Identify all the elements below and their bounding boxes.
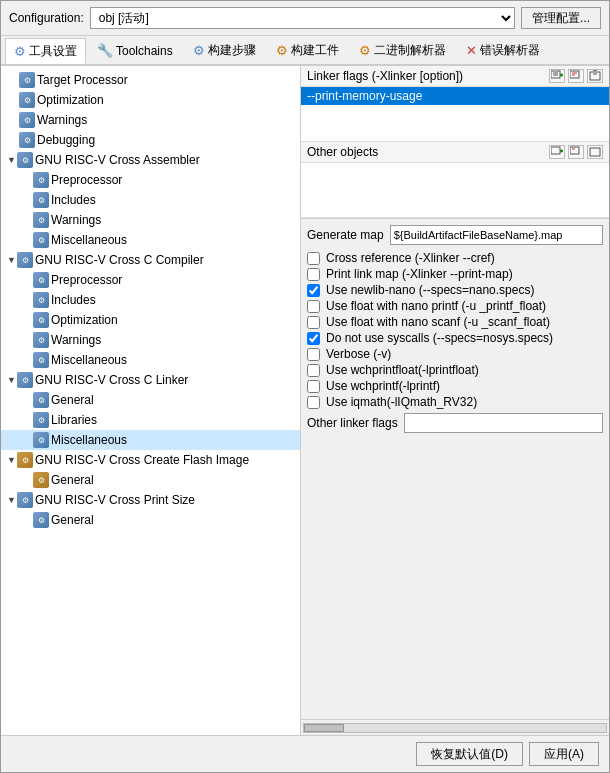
tree-item-warnings-1[interactable]: ⚙ Warnings bbox=[1, 210, 300, 230]
other-objects-add-button[interactable] bbox=[549, 145, 565, 159]
tree-item-label: General bbox=[51, 513, 94, 527]
apply-button[interactable]: 应用(A) bbox=[529, 742, 599, 766]
use-float-printf-checkbox[interactable] bbox=[307, 300, 320, 313]
tree-item-warnings[interactable]: ⚙ Warnings bbox=[1, 110, 300, 130]
checkbox-cross-reference: Cross reference (-Xlinker --cref) bbox=[307, 251, 603, 265]
verbose-label: Verbose (-v) bbox=[326, 347, 391, 361]
tree-item-optimization[interactable]: ⚙ Optimization bbox=[1, 90, 300, 110]
wchprintf-checkbox[interactable] bbox=[307, 380, 320, 393]
expand-arrow: ▼ bbox=[7, 155, 17, 165]
checkbox-iqmath: Use iqmath(-lIQmath_RV32) bbox=[307, 395, 603, 409]
tab-toolchains-label: Toolchains bbox=[116, 44, 173, 58]
tab-build-artifact[interactable]: ⚙ 构建工件 bbox=[267, 37, 348, 63]
tree-item-label: General bbox=[51, 393, 94, 407]
tree-item-label: GNU RISC-V Cross Create Flash Image bbox=[35, 453, 249, 467]
verbose-checkbox[interactable] bbox=[307, 348, 320, 361]
tab-tool-settings-label: 工具设置 bbox=[29, 43, 77, 60]
scroll-track bbox=[303, 723, 607, 733]
gear-icon: ⚙ bbox=[19, 112, 35, 128]
other-objects-delete-button[interactable] bbox=[587, 145, 603, 159]
linker-flags-add-button[interactable] bbox=[549, 69, 565, 83]
tab-error-parser-label: 错误解析器 bbox=[480, 42, 540, 59]
tree-item-includes-2[interactable]: ⚙ Includes bbox=[1, 290, 300, 310]
tab-toolchains[interactable]: 🔧 Toolchains bbox=[88, 37, 182, 63]
iqmath-checkbox[interactable] bbox=[307, 396, 320, 409]
gear-icon: ⚙ bbox=[19, 72, 35, 88]
scroll-thumb[interactable] bbox=[304, 724, 344, 732]
config-select[interactable]: obj [活动] bbox=[90, 7, 515, 29]
tree-item-general-2[interactable]: ⚙ General bbox=[1, 470, 300, 490]
use-float-printf-label: Use float with nano printf (-u _printf_f… bbox=[326, 299, 546, 313]
expand-arrow: ▼ bbox=[7, 495, 17, 505]
linker-flags-delete-button[interactable] bbox=[587, 69, 603, 83]
gear-icon: ⚙ bbox=[33, 472, 49, 488]
tab-build-steps-label: 构建步骤 bbox=[208, 42, 256, 59]
tab-binary-parser[interactable]: ⚙ 二进制解析器 bbox=[350, 37, 455, 63]
tab-tool-settings[interactable]: ⚙ 工具设置 bbox=[5, 38, 86, 64]
tab-error-parser[interactable]: ✕ 错误解析器 bbox=[457, 37, 549, 63]
checkbox-no-syscalls: Do not use syscalls (--specs=nosys.specs… bbox=[307, 331, 603, 345]
gear-icon: ⚙ bbox=[33, 212, 49, 228]
main-window: Configuration: obj [活动] 管理配置... ⚙ 工具设置 🔧… bbox=[0, 0, 610, 773]
error-parser-icon: ✕ bbox=[466, 43, 477, 58]
tree-item-gnu-risc-v-cross-c-linker[interactable]: ▼ ⚙ GNU RISC-V Cross C Linker bbox=[1, 370, 300, 390]
gear-icon: ⚙ bbox=[33, 352, 49, 368]
wchprintfloat-checkbox[interactable] bbox=[307, 364, 320, 377]
tree-item-label: Includes bbox=[51, 293, 96, 307]
tree-item-miscellaneous-3[interactable]: ⚙ Miscellaneous bbox=[1, 430, 300, 450]
tree-item-label: Preprocessor bbox=[51, 173, 122, 187]
gear-icon: ⚙ bbox=[17, 252, 33, 268]
tree-item-general-1[interactable]: ⚙ General bbox=[1, 390, 300, 410]
manage-config-button[interactable]: 管理配置... bbox=[521, 7, 601, 29]
gear-icon: ⚙ bbox=[33, 292, 49, 308]
tab-build-artifact-label: 构建工件 bbox=[291, 42, 339, 59]
checkbox-use-newlib-nano: Use newlib-nano (--specs=nano.specs) bbox=[307, 283, 603, 297]
cross-reference-checkbox[interactable] bbox=[307, 252, 320, 265]
tree-item-gnu-risc-v-cross-print-size[interactable]: ▼ ⚙ GNU RISC-V Cross Print Size bbox=[1, 490, 300, 510]
tree-item-label: Optimization bbox=[37, 93, 104, 107]
binary-parser-icon: ⚙ bbox=[359, 43, 371, 58]
other-linker-flags-input[interactable] bbox=[404, 413, 603, 433]
tree-item-label: Optimization bbox=[51, 313, 118, 327]
tree-item-general-3[interactable]: ⚙ General bbox=[1, 510, 300, 530]
tree-item-warnings-2[interactable]: ⚙ Warnings bbox=[1, 330, 300, 350]
checkbox-use-float-printf: Use float with nano printf (-u _printf_f… bbox=[307, 299, 603, 313]
horizontal-scrollbar[interactable] bbox=[301, 719, 609, 735]
use-float-scanf-checkbox[interactable] bbox=[307, 316, 320, 329]
no-syscalls-checkbox[interactable] bbox=[307, 332, 320, 345]
checkbox-wchprintfloat: Use wchprintfloat(-lprintfloat) bbox=[307, 363, 603, 377]
tree-item-preprocessor-1[interactable]: ⚙ Preprocessor bbox=[1, 170, 300, 190]
print-link-map-checkbox[interactable] bbox=[307, 268, 320, 281]
tree-item-debugging[interactable]: ⚙ Debugging bbox=[1, 130, 300, 150]
tree-item-includes-1[interactable]: ⚙ Includes bbox=[1, 190, 300, 210]
no-syscalls-label: Do not use syscalls (--specs=nosys.specs… bbox=[326, 331, 553, 345]
tool-settings-icon: ⚙ bbox=[14, 44, 26, 59]
restore-defaults-button[interactable]: 恢复默认值(D) bbox=[416, 742, 523, 766]
other-objects-edit-button[interactable] bbox=[568, 145, 584, 159]
tree-item-preprocessor-2[interactable]: ⚙ Preprocessor bbox=[1, 270, 300, 290]
config-label: Configuration: bbox=[9, 11, 84, 25]
options-section: Generate map Cross reference (-Xlinker -… bbox=[301, 219, 609, 719]
tree-item-libraries-1[interactable]: ⚙ Libraries bbox=[1, 410, 300, 430]
generate-map-input[interactable] bbox=[390, 225, 603, 245]
tree-item-target-processor[interactable]: ⚙ Target Processor bbox=[1, 70, 300, 90]
tree-item-gnu-risc-v-cross-c-compiler[interactable]: ▼ ⚙ GNU RISC-V Cross C Compiler bbox=[1, 250, 300, 270]
svg-rect-8 bbox=[590, 72, 600, 80]
tree-item-gnu-risc-v-cross-assembler[interactable]: ▼ ⚙ GNU RISC-V Cross Assembler bbox=[1, 150, 300, 170]
tree-item-miscellaneous-1[interactable]: ⚙ Miscellaneous bbox=[1, 230, 300, 250]
tree-item-gnu-risc-v-cross-create-flash-image[interactable]: ▼ ⚙ GNU RISC-V Cross Create Flash Image bbox=[1, 450, 300, 470]
tree-item-label: Miscellaneous bbox=[51, 233, 127, 247]
expand-arrow: ▼ bbox=[7, 375, 17, 385]
gear-icon: ⚙ bbox=[33, 232, 49, 248]
linker-flags-edit-button[interactable] bbox=[568, 69, 584, 83]
other-objects-list bbox=[301, 163, 609, 218]
generate-map-label: Generate map bbox=[307, 228, 384, 242]
toolchains-icon: 🔧 bbox=[97, 43, 113, 58]
tree-item-optimization-2[interactable]: ⚙ Optimization bbox=[1, 310, 300, 330]
linker-flag-item[interactable]: --print-memory-usage bbox=[301, 87, 609, 105]
use-newlib-nano-checkbox[interactable] bbox=[307, 284, 320, 297]
tab-binary-parser-label: 二进制解析器 bbox=[374, 42, 446, 59]
tab-build-steps[interactable]: ⚙ 构建步骤 bbox=[184, 37, 265, 63]
gear-icon: ⚙ bbox=[33, 192, 49, 208]
tree-item-miscellaneous-2[interactable]: ⚙ Miscellaneous bbox=[1, 350, 300, 370]
